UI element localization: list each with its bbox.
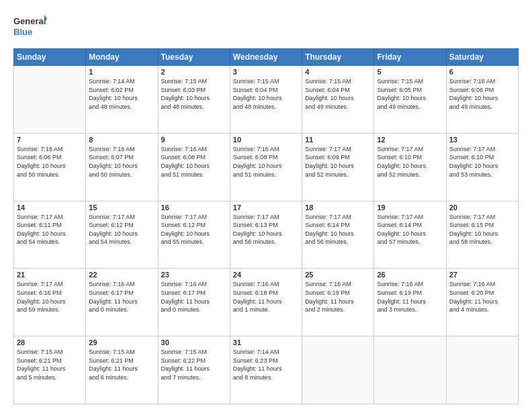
calendar-cell xyxy=(302,336,374,404)
day-info: Sunrise: 7:16 AM Sunset: 6:19 PM Dayligh… xyxy=(377,280,443,314)
svg-text:Blue: Blue xyxy=(13,27,32,37)
header-monday: Monday xyxy=(86,49,158,66)
calendar-cell: 21Sunrise: 7:17 AM Sunset: 6:16 PM Dayli… xyxy=(14,269,86,336)
calendar-cell xyxy=(14,66,86,134)
day-info: Sunrise: 7:17 AM Sunset: 6:12 PM Dayligh… xyxy=(161,213,227,246)
day-number: 5 xyxy=(377,68,443,76)
day-info: Sunrise: 7:15 AM Sunset: 6:21 PM Dayligh… xyxy=(89,348,154,381)
logo: General Blue xyxy=(13,12,47,42)
day-info: Sunrise: 7:15 AM Sunset: 6:05 PM Dayligh… xyxy=(377,77,443,111)
day-info: Sunrise: 7:17 AM Sunset: 6:11 PM Dayligh… xyxy=(17,213,83,246)
day-info: Sunrise: 7:17 AM Sunset: 6:10 PM Dayligh… xyxy=(449,145,515,179)
day-info: Sunrise: 7:15 AM Sunset: 6:22 PM Dayligh… xyxy=(161,348,227,381)
day-number: 28 xyxy=(17,338,83,347)
day-info: Sunrise: 7:17 AM Sunset: 6:13 PM Dayligh… xyxy=(233,213,299,246)
day-info: Sunrise: 7:16 AM Sunset: 6:08 PM Dayligh… xyxy=(233,145,299,179)
day-info: Sunrise: 7:16 AM Sunset: 6:06 PM Dayligh… xyxy=(17,145,83,179)
header-friday: Friday xyxy=(374,49,446,66)
day-number: 6 xyxy=(449,68,515,76)
day-number: 22 xyxy=(89,271,154,279)
calendar-cell: 4Sunrise: 7:15 AM Sunset: 6:04 PM Daylig… xyxy=(302,66,374,134)
calendar-cell xyxy=(446,336,518,404)
header-sunday: Sunday xyxy=(14,49,86,66)
header-thursday: Thursday xyxy=(302,49,374,66)
day-info: Sunrise: 7:16 AM Sunset: 6:19 PM Dayligh… xyxy=(305,280,371,314)
calendar-cell: 3Sunrise: 7:15 AM Sunset: 6:04 PM Daylig… xyxy=(230,66,302,134)
calendar-cell: 6Sunrise: 7:16 AM Sunset: 6:06 PM Daylig… xyxy=(446,66,518,134)
day-number: 11 xyxy=(305,136,371,144)
day-info: Sunrise: 7:15 AM Sunset: 6:03 PM Dayligh… xyxy=(161,77,227,111)
calendar-cell: 28Sunrise: 7:15 AM Sunset: 6:21 PM Dayli… xyxy=(14,336,86,404)
calendar-cell: 25Sunrise: 7:16 AM Sunset: 6:19 PM Dayli… xyxy=(302,269,374,336)
calendar-cell: 7Sunrise: 7:16 AM Sunset: 6:06 PM Daylig… xyxy=(14,133,86,201)
day-info: Sunrise: 7:17 AM Sunset: 6:09 PM Dayligh… xyxy=(305,145,371,179)
day-number: 21 xyxy=(17,271,83,279)
calendar-cell: 23Sunrise: 7:16 AM Sunset: 6:17 PM Dayli… xyxy=(158,269,230,336)
header-wednesday: Wednesday xyxy=(230,49,302,66)
day-info: Sunrise: 7:15 AM Sunset: 6:04 PM Dayligh… xyxy=(233,77,299,111)
calendar-body: 1Sunrise: 7:14 AM Sunset: 6:02 PM Daylig… xyxy=(14,66,519,404)
day-number: 30 xyxy=(161,338,227,347)
day-number: 8 xyxy=(89,136,154,144)
header-saturday: Saturday xyxy=(446,49,518,66)
day-info: Sunrise: 7:17 AM Sunset: 6:15 PM Dayligh… xyxy=(449,213,515,246)
week-row-1: 1Sunrise: 7:14 AM Sunset: 6:02 PM Daylig… xyxy=(14,66,519,134)
day-info: Sunrise: 7:14 AM Sunset: 6:23 PM Dayligh… xyxy=(233,348,299,381)
day-info: Sunrise: 7:14 AM Sunset: 6:02 PM Dayligh… xyxy=(89,77,154,111)
calendar-cell: 20Sunrise: 7:17 AM Sunset: 6:15 PM Dayli… xyxy=(446,201,518,269)
day-info: Sunrise: 7:15 AM Sunset: 6:04 PM Dayligh… xyxy=(305,77,371,111)
calendar-header-row: SundayMondayTuesdayWednesdayThursdayFrid… xyxy=(14,49,519,66)
day-number: 17 xyxy=(233,203,299,212)
day-number: 15 xyxy=(89,203,154,212)
day-number: 29 xyxy=(89,338,154,347)
calendar-cell: 1Sunrise: 7:14 AM Sunset: 6:02 PM Daylig… xyxy=(86,66,158,134)
week-row-4: 21Sunrise: 7:17 AM Sunset: 6:16 PM Dayli… xyxy=(14,269,519,336)
calendar-cell: 26Sunrise: 7:16 AM Sunset: 6:19 PM Dayli… xyxy=(374,269,446,336)
calendar-cell: 18Sunrise: 7:17 AM Sunset: 6:14 PM Dayli… xyxy=(302,201,374,269)
day-number: 3 xyxy=(233,68,299,76)
day-info: Sunrise: 7:16 AM Sunset: 6:07 PM Dayligh… xyxy=(89,145,154,179)
calendar-cell: 14Sunrise: 7:17 AM Sunset: 6:11 PM Dayli… xyxy=(14,201,86,269)
calendar-cell: 17Sunrise: 7:17 AM Sunset: 6:13 PM Dayli… xyxy=(230,201,302,269)
day-number: 12 xyxy=(377,136,443,144)
day-info: Sunrise: 7:17 AM Sunset: 6:10 PM Dayligh… xyxy=(377,145,443,179)
day-info: Sunrise: 7:17 AM Sunset: 6:14 PM Dayligh… xyxy=(377,213,443,246)
calendar-cell: 2Sunrise: 7:15 AM Sunset: 6:03 PM Daylig… xyxy=(158,66,230,134)
calendar-cell: 13Sunrise: 7:17 AM Sunset: 6:10 PM Dayli… xyxy=(446,133,518,201)
day-number: 16 xyxy=(161,203,227,212)
calendar-cell: 24Sunrise: 7:16 AM Sunset: 6:18 PM Dayli… xyxy=(230,269,302,336)
day-number: 26 xyxy=(377,271,443,279)
week-row-3: 14Sunrise: 7:17 AM Sunset: 6:11 PM Dayli… xyxy=(14,201,519,269)
day-info: Sunrise: 7:16 AM Sunset: 6:18 PM Dayligh… xyxy=(233,280,299,314)
day-number: 19 xyxy=(377,203,443,212)
day-number: 13 xyxy=(449,136,515,144)
day-number: 20 xyxy=(449,203,515,212)
day-info: Sunrise: 7:15 AM Sunset: 6:21 PM Dayligh… xyxy=(17,348,83,381)
week-row-2: 7Sunrise: 7:16 AM Sunset: 6:06 PM Daylig… xyxy=(14,133,519,201)
logo-svg: General Blue xyxy=(13,12,47,42)
day-info: Sunrise: 7:16 AM Sunset: 6:17 PM Dayligh… xyxy=(89,280,154,314)
day-number: 14 xyxy=(17,203,83,212)
calendar-cell: 27Sunrise: 7:16 AM Sunset: 6:20 PM Dayli… xyxy=(446,269,518,336)
day-number: 4 xyxy=(305,68,371,76)
calendar-cell: 11Sunrise: 7:17 AM Sunset: 6:09 PM Dayli… xyxy=(302,133,374,201)
header-tuesday: Tuesday xyxy=(158,49,230,66)
calendar-cell: 31Sunrise: 7:14 AM Sunset: 6:23 PM Dayli… xyxy=(230,336,302,404)
day-number: 24 xyxy=(233,271,299,279)
calendar-table: SundayMondayTuesdayWednesdayThursdayFrid… xyxy=(13,48,519,404)
day-number: 1 xyxy=(89,68,154,76)
day-number: 7 xyxy=(17,136,83,144)
calendar-cell: 30Sunrise: 7:15 AM Sunset: 6:22 PM Dayli… xyxy=(158,336,230,404)
page-header: General Blue xyxy=(13,12,519,42)
calendar-cell: 8Sunrise: 7:16 AM Sunset: 6:07 PM Daylig… xyxy=(86,133,158,201)
day-info: Sunrise: 7:17 AM Sunset: 6:16 PM Dayligh… xyxy=(17,280,83,314)
day-info: Sunrise: 7:16 AM Sunset: 6:20 PM Dayligh… xyxy=(449,280,515,314)
calendar-cell: 29Sunrise: 7:15 AM Sunset: 6:21 PM Dayli… xyxy=(86,336,158,404)
day-number: 27 xyxy=(449,271,515,279)
day-number: 18 xyxy=(305,203,371,212)
day-info: Sunrise: 7:16 AM Sunset: 6:17 PM Dayligh… xyxy=(161,280,227,314)
day-info: Sunrise: 7:17 AM Sunset: 6:14 PM Dayligh… xyxy=(305,213,371,246)
day-info: Sunrise: 7:16 AM Sunset: 6:08 PM Dayligh… xyxy=(161,145,227,179)
calendar-cell: 10Sunrise: 7:16 AM Sunset: 6:08 PM Dayli… xyxy=(230,133,302,201)
day-number: 10 xyxy=(233,136,299,144)
